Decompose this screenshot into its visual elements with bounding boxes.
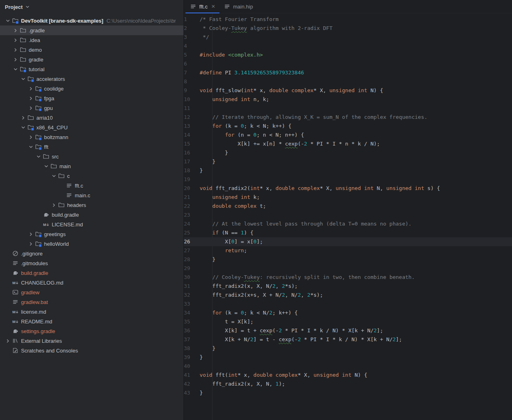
code-line[interactable]: 33 — [184, 300, 512, 308]
line-number[interactable]: 26 — [184, 237, 200, 246]
tree-item-build-gradle[interactable]: build.gradle — [0, 268, 183, 278]
chevron-collapsed-icon[interactable] — [27, 231, 35, 237]
line-number[interactable]: 12 — [184, 113, 200, 122]
tree-item-gradle[interactable]: gradle — [0, 55, 183, 64]
code-line[interactable]: 24 // At the lowest level pass through (… — [184, 219, 512, 228]
chevron-expanded-icon[interactable] — [27, 144, 35, 150]
close-icon[interactable]: ✕ — [211, 4, 215, 9]
tree-item-gpu[interactable]: gpu — [0, 103, 183, 113]
code-line[interactable]: 11 — [184, 104, 512, 113]
line-number[interactable]: 22 — [184, 202, 200, 211]
tree-item-build-gradle[interactable]: build.gradle — [0, 210, 183, 219]
code-line[interactable]: 43} — [184, 388, 512, 397]
code-line[interactable]: 3 */ — [184, 33, 512, 42]
code-line[interactable]: 8 — [184, 77, 512, 86]
tree-item-src[interactable]: src — [0, 152, 183, 161]
line-number[interactable]: 24 — [184, 219, 200, 228]
line-number[interactable]: 17 — [184, 157, 200, 166]
tree-item-readme-md[interactable]: MREADME.md — [0, 317, 183, 326]
tree-item-accelerators[interactable]: accelerators — [0, 74, 183, 84]
code-line[interactable]: 35 t = X[k]; — [184, 317, 512, 326]
line-number[interactable]: 41 — [184, 371, 200, 380]
code-line[interactable]: 26 X[0] = x[0]; — [184, 237, 512, 246]
tree-item-x86-64-cpu[interactable]: x86_64_CPU — [0, 122, 183, 132]
chevron-expanded-icon[interactable] — [35, 153, 42, 160]
chevron-expanded-icon[interactable] — [19, 124, 27, 131]
code-line[interactable]: 10 unsigned int n, k; — [184, 95, 512, 104]
tree-item-scratches-and-consoles[interactable]: Scratches and Consoles — [0, 346, 183, 355]
code-line[interactable]: 37 X[k + N/2] = t - cexp(-2 * PI * I * k… — [184, 335, 512, 344]
tree-item-boltzmann[interactable]: boltzmann — [0, 132, 183, 142]
tree-item-main[interactable]: main — [0, 161, 183, 171]
line-number[interactable]: 37 — [184, 335, 200, 344]
tree-item-gradlew[interactable]: gradlew — [0, 287, 183, 297]
chevron-expanded-icon[interactable] — [4, 17, 12, 24]
line-number[interactable]: 29 — [184, 264, 200, 273]
line-number[interactable]: 16 — [184, 148, 200, 157]
code-line[interactable]: 32 fft_radix2(x+s, X + N/2, N/2, 2*s); — [184, 291, 512, 300]
code-line[interactable]: 21 unsigned int k; — [184, 193, 512, 202]
tree-item-arria10[interactable]: arria10 — [0, 113, 183, 122]
line-number[interactable]: 36 — [184, 326, 200, 335]
chevron-collapsed-icon[interactable] — [12, 46, 19, 53]
code-line[interactable]: 42 fft_radix2(x, X, N, 1); — [184, 380, 512, 388]
tree-item-settings-gradle[interactable]: settings.gradle — [0, 326, 183, 336]
line-number[interactable]: 14 — [184, 131, 200, 139]
line-number[interactable]: 34 — [184, 308, 200, 317]
chevron-collapsed-icon[interactable] — [50, 202, 58, 208]
line-number[interactable]: 9 — [184, 86, 200, 95]
tree-item-coolidge[interactable]: coolidge — [0, 84, 183, 93]
chevron-collapsed-icon[interactable] — [12, 27, 19, 34]
tree-item-fft[interactable]: fft — [0, 142, 183, 152]
code-line[interactable]: 6 — [184, 59, 512, 68]
line-number[interactable]: 8 — [184, 77, 200, 86]
code-line[interactable]: 12 // Iterate through, allowing X_K = su… — [184, 113, 512, 122]
code-line[interactable]: 20void fft_radix2(int* x, double complex… — [184, 184, 512, 193]
tree-item-c[interactable]: c — [0, 171, 183, 181]
chevron-collapsed-icon[interactable] — [4, 338, 12, 344]
tree-item-fft-c[interactable]: fft.c — [0, 181, 183, 190]
tree-item-license-md[interactable]: MLICENSE.md — [0, 219, 183, 229]
chevron-collapsed-icon[interactable] — [12, 37, 19, 43]
chevron-collapsed-icon[interactable] — [12, 56, 19, 63]
code-line[interactable]: 41void fft(int* x, double complex* X, un… — [184, 371, 512, 380]
tree-item-demo[interactable]: demo — [0, 45, 183, 55]
code-line[interactable]: 17 } — [184, 157, 512, 166]
code-line[interactable]: 18} — [184, 166, 512, 175]
code-line[interactable]: 38 } — [184, 344, 512, 353]
line-number[interactable]: 35 — [184, 317, 200, 326]
project-panel-header[interactable]: Project — [0, 0, 183, 14]
line-number[interactable]: 40 — [184, 362, 200, 371]
line-number[interactable]: 5 — [184, 51, 200, 59]
line-number[interactable]: 25 — [184, 228, 200, 237]
code-line[interactable]: 36 X[k] = t + cexp(-2 * PI * I * k / N) … — [184, 326, 512, 335]
code-line[interactable]: 15 X[k] += x[n] * cexp(-2 * PI * I * n *… — [184, 139, 512, 148]
line-number[interactable]: 31 — [184, 282, 200, 291]
code-line[interactable]: 30 // Cooley-Tukey: recursively split in… — [184, 273, 512, 282]
line-number[interactable]: 43 — [184, 388, 200, 397]
code-line[interactable]: 23 — [184, 211, 512, 219]
tree-item-gitignore[interactable]: .gitignore — [0, 249, 183, 258]
line-number[interactable]: 1 — [184, 15, 200, 24]
line-number[interactable]: 38 — [184, 344, 200, 353]
tree-item-gradlew-bat[interactable]: gradlew.bat — [0, 297, 183, 307]
chevron-collapsed-icon[interactable] — [27, 95, 35, 101]
code-line[interactable]: 22 double complex t; — [184, 202, 512, 211]
chevron-collapsed-icon[interactable] — [27, 105, 35, 111]
chevron-collapsed-icon[interactable] — [27, 85, 35, 92]
chevron-expanded-icon[interactable] — [12, 66, 19, 72]
code-line[interactable]: 25 if (N == 1) { — [184, 228, 512, 237]
line-number[interactable]: 33 — [184, 300, 200, 308]
chevron-collapsed-icon[interactable] — [27, 241, 35, 247]
tree-item-idea[interactable]: .idea — [0, 35, 183, 45]
code-line[interactable]: 2 * Cooley-Tukey algorithm with 2-radix … — [184, 24, 512, 33]
line-number[interactable]: 27 — [184, 246, 200, 255]
code-line[interactable]: 16 } — [184, 148, 512, 157]
line-number[interactable]: 39 — [184, 353, 200, 362]
chevron-expanded-icon[interactable] — [19, 76, 27, 82]
line-number[interactable]: 21 — [184, 193, 200, 202]
editor-tab-fft-c[interactable]: fft.c ✕ — [185, 0, 219, 13]
tree-item-gradle[interactable]: .gradle — [0, 25, 183, 35]
chevron-collapsed-icon[interactable] — [19, 114, 27, 121]
tree-item-main-c[interactable]: main.c — [0, 190, 183, 200]
